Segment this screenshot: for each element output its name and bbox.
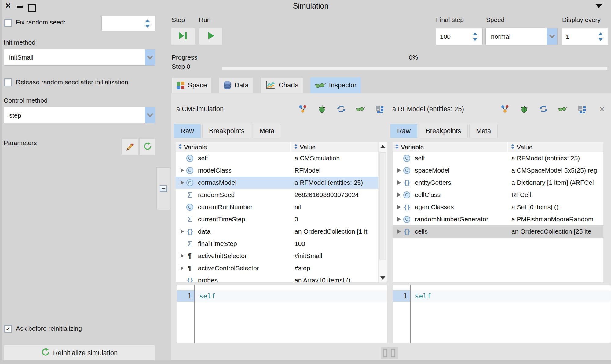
- expand-arrow-icon[interactable]: [393, 217, 402, 221]
- refresh-icon[interactable]: [337, 104, 346, 114]
- init-method-value: initSmall: [9, 54, 33, 61]
- inspect-icon[interactable]: [356, 104, 365, 114]
- expand-arrow-icon[interactable]: [393, 168, 402, 173]
- expand-arrow-icon[interactable]: [393, 229, 402, 234]
- expand-arrow-icon[interactable]: [176, 254, 185, 258]
- panel-splitter[interactable]: [156, 167, 170, 210]
- expand-arrow-icon[interactable]: [393, 180, 402, 185]
- table-row-randomNumberGenerator[interactable]: CrandomNumberGeneratora PMFishmanMooreRa…: [393, 213, 603, 225]
- column-header-variable[interactable]: Variable: [176, 142, 291, 152]
- column-header-value[interactable]: Value: [508, 142, 603, 152]
- edit-parameters-button[interactable]: [121, 138, 138, 155]
- pager-page-2[interactable]: [391, 349, 395, 357]
- table-row-spaceModel[interactable]: CspaceModela CMSpaceModel 5x5(25) reg: [393, 164, 603, 177]
- inspect-icon[interactable]: [558, 104, 567, 114]
- final-step-input[interactable]: 100: [436, 28, 483, 45]
- inspector-tab-breakpoints[interactable]: Breakpoints: [419, 124, 468, 138]
- code-editor[interactable]: 1 self: [393, 285, 611, 343]
- fix-random-seed-checkbox[interactable]: [4, 19, 12, 27]
- variable-value: an OrderedCollection [1 it: [291, 228, 379, 235]
- browse-icon[interactable]: [298, 104, 307, 114]
- release-seed-checkbox[interactable]: [4, 78, 12, 86]
- scrollbar-thumb[interactable]: [379, 152, 386, 260]
- expand-arrow-icon[interactable]: [176, 168, 185, 173]
- expand-arrow-icon[interactable]: [176, 266, 185, 270]
- table-row-randomSeed[interactable]: ΣrandomSeed268261698803073024: [176, 189, 379, 201]
- table-row-currentRunNumber[interactable]: CcurrentRunNumbernil: [176, 201, 379, 213]
- sort-icon[interactable]: [294, 144, 298, 151]
- table-row-probes[interactable]: { }probesan Array [0 items] (): [176, 274, 379, 282]
- table-row-self[interactable]: Cselfa RFModel (entities: 25): [393, 152, 603, 164]
- inspector-tab-raw[interactable]: Raw: [390, 124, 417, 138]
- column-header-variable[interactable]: Variable: [393, 142, 508, 152]
- table-row-activeControlSelector[interactable]: ¶activeControlSelector#step: [176, 262, 379, 274]
- scroll-up-icon[interactable]: [380, 145, 385, 148]
- step-button[interactable]: [171, 28, 195, 45]
- column-header-value[interactable]: Value: [291, 142, 379, 152]
- reinitialize-simulation-button[interactable]: Reinitialize simulation: [3, 345, 155, 361]
- display-every-input[interactable]: 1: [562, 28, 608, 45]
- tab-label: Space: [188, 81, 207, 89]
- table-row-data[interactable]: { }dataan OrderedCollection [1 it: [176, 225, 379, 238]
- spinner-arrows-icon[interactable]: [473, 32, 477, 41]
- inspector-tab-meta[interactable]: Meta: [469, 124, 498, 138]
- inspector-tab-meta[interactable]: Meta: [253, 124, 281, 138]
- tab-data[interactable]: Data: [219, 77, 253, 93]
- refresh-icon[interactable]: [539, 104, 548, 114]
- vertical-scrollbar[interactable]: [378, 142, 387, 282]
- chevron-down-icon[interactable]: [145, 107, 155, 123]
- ask-before-reinit-checkbox[interactable]: ✓: [4, 325, 12, 333]
- control-method-select[interactable]: step: [4, 107, 155, 123]
- table-row-cells[interactable]: { }cellsan OrderedCollection [25 ite: [393, 225, 603, 238]
- close-inspector-icon[interactable]: ×: [599, 104, 605, 114]
- table-row-cormasModel[interactable]: CcormasModela RFModel (entities: 25): [176, 177, 379, 189]
- expand-arrow-icon[interactable]: [393, 193, 402, 197]
- table-row-cellClass[interactable]: CcellClassRFCell: [393, 189, 603, 201]
- scroll-down-icon[interactable]: [380, 276, 385, 280]
- window-menu-icon[interactable]: [596, 4, 602, 8]
- speed-label: Speed: [486, 16, 505, 24]
- variable-value: RFModel: [291, 167, 379, 174]
- expand-arrow-icon[interactable]: [176, 180, 185, 185]
- sort-icon[interactable]: [178, 144, 182, 151]
- references-icon[interactable]: [577, 104, 587, 114]
- references-icon[interactable]: [375, 104, 384, 114]
- code-editor[interactable]: 1 self: [177, 285, 387, 343]
- tab-inspector[interactable]: Inspector: [310, 77, 361, 93]
- table-row-modelClass[interactable]: CmodelClassRFModel: [176, 164, 379, 177]
- chevron-down-icon[interactable]: [145, 49, 155, 65]
- inspector-tab-breakpoints[interactable]: Breakpoints: [202, 124, 251, 138]
- tab-space[interactable]: Space: [172, 77, 211, 93]
- table-row-agentClasses[interactable]: { }agentClassesa Set [0 items] (): [393, 201, 603, 213]
- fix-random-seed-input[interactable]: [101, 16, 155, 31]
- browse-icon[interactable]: [500, 104, 510, 114]
- expand-arrow-icon[interactable]: [176, 229, 185, 234]
- table-row-finalTimeStep[interactable]: ΣfinalTimeStep100: [176, 238, 379, 250]
- sort-icon[interactable]: [511, 144, 514, 151]
- spinner-arrows-icon[interactable]: [598, 32, 603, 41]
- expand-arrow-icon[interactable]: [393, 205, 402, 209]
- variable-name: currentTimeStep: [195, 216, 291, 223]
- tab-charts[interactable]: Charts: [261, 77, 303, 93]
- table-row-entityGetters[interactable]: { }entityGettersa Dictionary [1 item] (#…: [393, 177, 603, 189]
- speed-select[interactable]: normal: [485, 28, 558, 45]
- sort-icon[interactable]: [395, 144, 399, 151]
- window-close-icon[interactable]: ×: [5, 1, 11, 10]
- run-button[interactable]: [199, 28, 223, 45]
- pager-page-1[interactable]: [383, 349, 387, 357]
- collapse-panel-icon[interactable]: [160, 185, 167, 192]
- inspector-tab-raw[interactable]: Raw: [174, 124, 201, 138]
- init-method-select[interactable]: initSmall: [4, 49, 155, 66]
- table-row-self[interactable]: Cselfa CMSimulation: [176, 152, 379, 164]
- debug-icon[interactable]: [520, 104, 529, 114]
- table-row-activeInitSelector[interactable]: ¶activeInitSelector#initSmall: [176, 250, 379, 262]
- code-line[interactable]: self: [411, 290, 611, 302]
- debug-icon[interactable]: [317, 104, 327, 114]
- chevron-down-icon[interactable]: [547, 28, 557, 45]
- window-title: Simulation: [10, 2, 611, 10]
- refresh-parameters-button[interactable]: [139, 138, 155, 155]
- spinner-arrows-icon[interactable]: [145, 19, 150, 28]
- table-row-currentTimeStep[interactable]: ΣcurrentTimeStep0: [176, 213, 379, 225]
- variable-value: a CMSpaceModel 5x5(25) reg: [508, 167, 603, 174]
- code-line[interactable]: self: [195, 290, 387, 302]
